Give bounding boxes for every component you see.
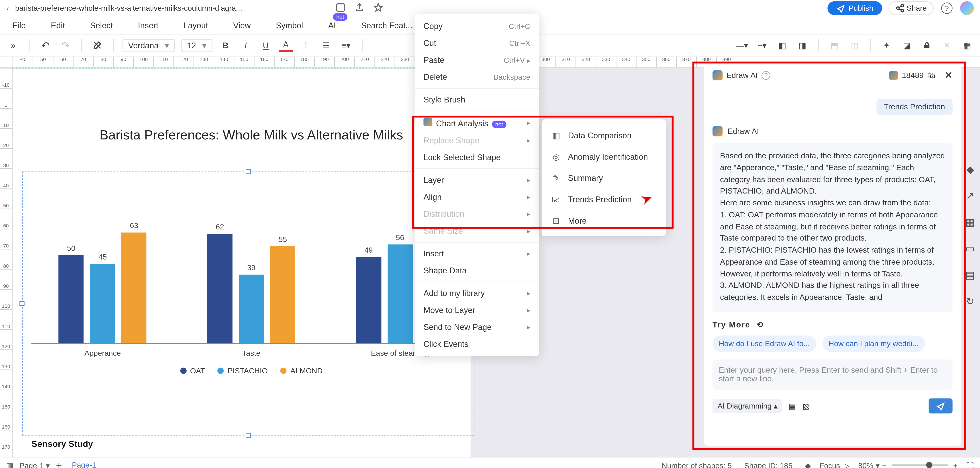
grid-tool-icon[interactable]: ▦ — [963, 215, 977, 229]
crop-icon[interactable]: ◪ — [900, 38, 914, 52]
menu-file[interactable]: File — [13, 21, 25, 30]
present-icon[interactable]: ▭ — [963, 241, 977, 255]
focus-button[interactable]: Focus — [819, 461, 840, 468]
add-page-button[interactable]: + — [56, 460, 62, 468]
ai-title: Edraw AI — [726, 71, 758, 79]
collapse-panel-icon[interactable]: » — [6, 38, 20, 52]
submenu-summary[interactable]: ✎Summary — [542, 167, 666, 188]
attachment-icon[interactable]: ▤ — [789, 401, 796, 411]
menu-view[interactable]: View — [233, 21, 251, 30]
selection-handle[interactable] — [246, 433, 251, 438]
refresh-icon[interactable]: ⟲ — [757, 320, 764, 329]
suggestion-chip[interactable]: How do I use Edraw AI fo... — [713, 336, 816, 352]
line-spacing-button[interactable]: ≡▾ — [339, 38, 353, 52]
line-dash-icon[interactable]: ┄▾ — [755, 38, 769, 52]
file-title: barista-preference-whole-milk-vs-alterna… — [15, 4, 329, 13]
note-icon[interactable]: ▤ — [963, 268, 977, 282]
suggestion-chip[interactable]: How can I plan my weddi... — [822, 336, 925, 352]
zoom-slider[interactable] — [892, 465, 948, 466]
submenu-more[interactable]: ⊞More — [542, 210, 666, 231]
shape-style-icon[interactable]: ◨ — [795, 38, 809, 52]
zoom-level[interactable]: 80% — [858, 461, 873, 468]
line-style-icon[interactable]: —▾ — [735, 38, 749, 52]
selection-handle[interactable] — [19, 301, 24, 306]
fill-tool-icon[interactable]: ◆ — [963, 162, 977, 176]
layout-icon[interactable]: ▦ — [960, 38, 974, 52]
history-icon[interactable]: ↻ — [963, 294, 977, 308]
back-button[interactable]: ‹ — [6, 4, 9, 13]
align-button[interactable]: ☰ — [319, 38, 333, 52]
font-color-button[interactable]: A — [279, 38, 293, 52]
ctx-layer[interactable]: Layer▸ — [415, 172, 539, 188]
menu-insert[interactable]: Insert — [138, 21, 158, 30]
menu-layout[interactable]: Layout — [183, 21, 208, 30]
italic-button[interactable]: I — [239, 38, 253, 52]
close-icon[interactable]: ✕ — [944, 69, 953, 81]
tools-icon[interactable]: ✕ — [940, 38, 954, 52]
clear-format-button[interactable]: T — [299, 38, 313, 52]
export-tool-icon[interactable]: ↗ — [963, 188, 977, 202]
page-tab[interactable]: Page-1 — [68, 459, 100, 468]
ctx-cut[interactable]: CutCtrl+X — [415, 35, 539, 51]
ctx-click-events[interactable]: Click Events — [415, 336, 539, 352]
magic-icon[interactable]: ✦ — [880, 38, 893, 52]
avatar[interactable] — [960, 2, 974, 15]
publish-button[interactable]: Publish — [827, 2, 882, 15]
selection-box[interactable] — [22, 172, 474, 436]
ai-response-body: Based on the provided data, the three ca… — [713, 143, 953, 312]
zoom-out-button[interactable]: − — [882, 461, 887, 468]
help-button[interactable]: ? — [941, 2, 953, 14]
ctx-chart-analysis[interactable]: Chart Analysishot▸ — [415, 114, 539, 132]
shadow-icon[interactable]: ◧ — [775, 38, 789, 52]
trends-icon: 📈︎ — [550, 194, 562, 205]
bold-button[interactable]: B — [218, 38, 232, 52]
cart-icon[interactable]: 🛍︎ — [928, 71, 935, 79]
menu-select[interactable]: Select — [90, 21, 113, 30]
align-shapes-icon[interactable]: ⬒ — [827, 38, 841, 52]
ctx-add-library[interactable]: Add to my library▸ — [415, 285, 539, 302]
ctx-send-page[interactable]: Send to New Page▸ — [415, 318, 539, 336]
lock-icon[interactable]: 🔒︎ — [920, 38, 934, 52]
ctx-lock-shape[interactable]: Lock Selected Shape — [415, 149, 539, 166]
ctx-style-brush[interactable]: Style Brush — [415, 91, 539, 108]
submenu-data-comparison[interactable]: ▥Data Comparison — [542, 124, 666, 146]
selection-handle[interactable] — [246, 169, 251, 174]
ctx-insert[interactable]: Insert▸ — [415, 245, 539, 262]
play-icon[interactable]: ▷ — [844, 461, 849, 468]
layers-icon[interactable]: ◆ — [805, 461, 810, 468]
export-icon[interactable] — [354, 2, 364, 14]
ai-diagramming-button[interactable]: AI Diagramming ▴ — [713, 399, 783, 413]
ai-credits: 18489 — [902, 71, 924, 79]
font-select[interactable]: Verdana▾ — [123, 38, 175, 52]
save-icon[interactable] — [336, 2, 345, 14]
zoom-in-button[interactable]: + — [953, 461, 958, 468]
ctx-shape-data[interactable]: Shape Data — [415, 262, 539, 279]
ctx-move-layer[interactable]: Move to Layer▸ — [415, 302, 539, 318]
ai-help-icon[interactable]: ? — [762, 71, 770, 79]
menu-ai[interactable]: AIhot — [328, 21, 336, 30]
template-icon[interactable]: ▧ — [802, 401, 810, 411]
pages-icon[interactable]: ▥ — [6, 461, 13, 468]
ctx-paste[interactable]: PasteCtrl+V ▸ — [415, 51, 539, 68]
menu-search[interactable]: Search Feat... — [361, 21, 412, 30]
share-label: Share — [907, 4, 927, 13]
undo-button[interactable]: ↶ — [38, 38, 52, 52]
ctx-align[interactable]: Align▸ — [415, 188, 539, 205]
submenu-anomaly[interactable]: ◎Anomaly Identification — [542, 146, 666, 167]
menu-edit[interactable]: Edit — [51, 21, 65, 30]
format-painter-icon[interactable] — [91, 38, 104, 52]
star-icon[interactable] — [373, 2, 383, 14]
fullscreen-icon[interactable]: ⛶ — [966, 461, 974, 468]
fontsize-select[interactable]: 12▾ — [181, 38, 213, 52]
share-button[interactable]: Share — [888, 2, 934, 15]
menu-symbol[interactable]: Symbol — [276, 21, 303, 30]
ctx-copy[interactable]: CopyCtrl+C — [415, 18, 539, 35]
send-button[interactable] — [929, 398, 952, 414]
distribute-icon[interactable]: ◫ — [848, 38, 862, 52]
page-select[interactable]: Page-1 ▾ — [19, 461, 50, 468]
ctx-delete[interactable]: DeleteBackspace — [415, 68, 539, 85]
ai-input[interactable]: Enter your query here. Press Enter to se… — [713, 360, 953, 390]
try-more-label: Try More — [713, 320, 750, 329]
redo-button[interactable]: ↷ — [58, 38, 72, 52]
underline-button[interactable]: U — [259, 38, 273, 52]
